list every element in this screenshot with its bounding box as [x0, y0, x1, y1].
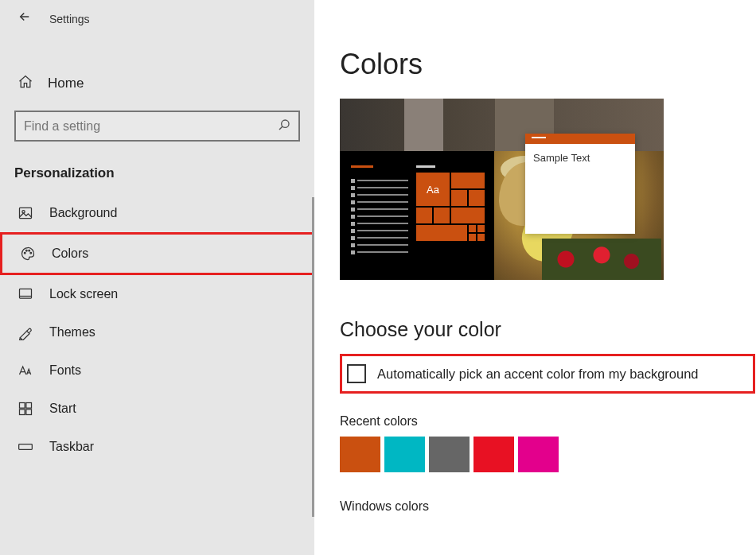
settings-title: Settings	[49, 13, 90, 25]
recent-colors-row	[340, 437, 737, 472]
nav-colors[interactable]: Colors	[0, 232, 314, 275]
sidebar: Settings Home Personalization Background…	[0, 0, 314, 555]
home-link[interactable]: Home	[0, 66, 314, 101]
color-swatch[interactable]	[429, 437, 470, 472]
nav-start[interactable]: Start	[0, 390, 314, 428]
start-icon	[18, 401, 33, 417]
preview-app-list	[351, 165, 408, 258]
nav-label: Themes	[49, 325, 95, 340]
nav-label: Taskbar	[49, 440, 94, 454]
preview-sample-text: Sample Text	[525, 144, 635, 172]
svg-rect-11	[26, 409, 32, 415]
preview-titlebar	[525, 134, 635, 144]
preview-start-panel: Aa	[340, 151, 494, 280]
nav-taskbar[interactable]: Taskbar	[0, 428, 314, 466]
color-swatch[interactable]	[473, 437, 514, 472]
nav-label: Colors	[52, 246, 88, 261]
svg-rect-1	[20, 208, 32, 218]
svg-point-0	[282, 120, 289, 127]
sidebar-header: Settings	[0, 6, 314, 42]
search-icon	[278, 118, 290, 134]
svg-rect-10	[20, 409, 25, 415]
nav-background[interactable]: Background	[0, 194, 314, 232]
preview-tile-aa: Aa	[416, 173, 450, 206]
back-arrow-icon[interactable]	[18, 10, 32, 28]
choose-color-heading: Choose your color	[340, 318, 737, 341]
svg-point-5	[29, 250, 30, 251]
svg-rect-8	[20, 403, 25, 409]
nav-fonts[interactable]: Fonts	[0, 351, 314, 390]
preview-flowers	[542, 239, 661, 280]
search-input[interactable]	[24, 119, 278, 134]
svg-rect-9	[26, 403, 32, 409]
color-swatch[interactable]	[340, 437, 380, 472]
auto-accent-label: Automatically pick an accent color from …	[377, 367, 699, 382]
nav-lockscreen[interactable]: Lock screen	[0, 275, 314, 313]
nav-label: Background	[49, 206, 117, 220]
fonts-icon	[18, 363, 33, 378]
home-label: Home	[48, 76, 84, 91]
svg-rect-12	[19, 444, 33, 450]
home-icon	[18, 74, 33, 93]
windows-colors-heading: Windows colors	[340, 499, 737, 514]
color-swatch[interactable]	[518, 437, 559, 472]
recent-colors-heading: Recent colors	[340, 414, 737, 429]
main-content: Colors	[314, 0, 756, 555]
nav-themes[interactable]: Themes	[0, 313, 314, 351]
svg-point-4	[26, 250, 28, 251]
auto-accent-row: Automatically pick an accent color from …	[340, 354, 755, 394]
svg-point-3	[24, 252, 25, 254]
section-title: Personalization	[0, 142, 314, 194]
color-swatch[interactable]	[384, 437, 425, 472]
lockscreen-icon	[18, 286, 33, 302]
page-title: Colors	[340, 48, 737, 81]
preview-window-card: Sample Text	[525, 134, 635, 234]
themes-icon	[18, 324, 33, 340]
svg-point-6	[30, 252, 32, 254]
preview-tiles: Aa	[416, 165, 485, 241]
taskbar-icon	[18, 439, 33, 455]
search-box[interactable]	[14, 111, 300, 142]
palette-icon	[20, 246, 36, 262]
auto-accent-checkbox[interactable]	[347, 364, 366, 383]
svg-rect-7	[20, 289, 32, 298]
picture-icon	[18, 205, 33, 221]
nav-label: Lock screen	[49, 287, 118, 301]
nav-label: Fonts	[49, 363, 81, 378]
nav-label: Start	[49, 402, 76, 416]
color-preview: Aa	[340, 99, 664, 280]
